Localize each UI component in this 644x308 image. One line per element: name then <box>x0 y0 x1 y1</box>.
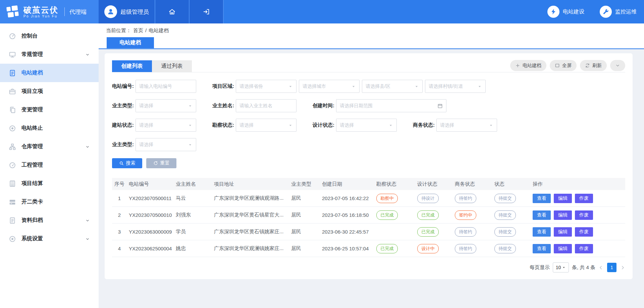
row-index: 2 <box>112 207 127 224</box>
main-content: 当前位置： 首页 / 电站建档 电站建档 创建列表通过列表 电站建档全屏刷新 电… <box>99 23 644 308</box>
page-tab[interactable]: 电站建档 <box>107 37 154 48</box>
filter-input[interactable]: 请输入业主姓名 <box>236 99 297 112</box>
plus-icon <box>515 63 520 68</box>
filter-select[interactable]: 请选择城市 <box>299 80 360 93</box>
reset-button[interactable]: 重置 <box>146 158 176 168</box>
filter-row-2: 业主类型:请选择业主姓名:请输入业主姓名创建时间:请选择日期范围 <box>112 99 625 112</box>
design-status-cell: 待设计 <box>415 190 453 207</box>
edit-button[interactable]: 编辑 <box>554 210 572 220</box>
logout-button[interactable] <box>190 0 224 23</box>
filter-select[interactable]: 请选择 <box>436 119 497 132</box>
user-menu[interactable]: 超级管理员 <box>99 0 155 23</box>
collapse-button[interactable] <box>610 60 625 71</box>
home-button[interactable] <box>155 0 190 23</box>
chevron-down-icon <box>85 218 90 223</box>
status-status-cell: 待提交 <box>492 224 531 240</box>
edit-button[interactable]: 编辑 <box>554 244 572 253</box>
placeholder-text: 请选择 <box>139 103 153 109</box>
filter-select[interactable]: 请选择省份 <box>236 80 297 93</box>
filter-input[interactable]: 请输入电站编号 <box>136 80 196 93</box>
sidebar-item-10[interactable]: 开二类卡 <box>0 193 99 211</box>
view-button[interactable]: 查看 <box>533 227 551 237</box>
filter-select[interactable]: 请选择村镇/街道 <box>425 80 486 93</box>
filter-select[interactable]: 请选择 <box>336 119 397 132</box>
breadcrumb-separator: / <box>145 27 147 34</box>
placeholder-text: 请选择县/区 <box>366 83 390 89</box>
sidebar-item-12[interactable]: 系统设置 <box>0 230 99 248</box>
caret-down-icon <box>477 84 482 89</box>
tab-create-list[interactable]: 创建列表 <box>112 60 152 72</box>
filter-label: 商务状态: <box>413 122 436 128</box>
breadcrumb-home[interactable]: 首页 <box>133 27 143 34</box>
row-index: 3 <box>112 224 127 240</box>
survey-status-cell: 已完成 <box>374 240 415 257</box>
gauge-icon <box>9 162 16 169</box>
sidebar-item-2[interactable]: 常规管理 <box>0 45 99 64</box>
filter-field: 勘察状态:请选择 <box>212 119 297 132</box>
placeholder-text: 请选择村镇/街道 <box>429 83 463 89</box>
sidebar: 控制台常规管理电站建档项目立项变更管理电站终止仓库管理工程管理项目结算开二类卡资… <box>0 23 99 308</box>
void-button[interactable]: 作废 <box>575 210 593 220</box>
monitor-icon <box>9 51 16 58</box>
view-button[interactable]: 查看 <box>533 194 551 203</box>
filter-select[interactable]: 请选择 <box>136 119 196 132</box>
sidebar-item-9[interactable]: 项目结算 <box>0 174 99 193</box>
column-header: 状态 <box>492 178 531 190</box>
status-status-badge: 待提交 <box>494 244 516 253</box>
list-tabs: 创建列表通过列表 <box>112 60 192 72</box>
sidebar-item-5[interactable]: 变更管理 <box>0 101 99 119</box>
per-page-select[interactable]: 10 <box>553 262 569 272</box>
view-button[interactable]: 查看 <box>533 210 551 220</box>
created-date: 2023-06-30 22:45:57 <box>320 224 374 240</box>
row-actions: 查看编辑作废 <box>531 224 625 240</box>
business-status-badge: 待签约 <box>455 227 476 237</box>
filter-select[interactable]: 请选择 <box>136 138 196 151</box>
next-page-button[interactable] <box>620 265 625 270</box>
wrench-icon <box>600 6 612 18</box>
table-row: 4YX2023062500004姚忠广东深圳龙华区观澜镇姚家庄...居民2023… <box>112 240 625 257</box>
placeholder-text: 请选择省份 <box>239 83 263 89</box>
sidebar-item-label: 工程管理 <box>21 162 43 169</box>
brand-text: 破茧云伏 Po Jian Yun Fu <box>23 5 58 18</box>
column-header: 操作 <box>531 178 625 190</box>
sidebar-item-7[interactable]: 仓库管理 <box>0 137 99 156</box>
void-button[interactable]: 作废 <box>575 227 593 237</box>
sidebar-item-4[interactable]: 项目立项 <box>0 82 99 101</box>
filter-select[interactable]: 请选择 <box>236 119 297 132</box>
reset-button-label: 重置 <box>160 160 170 166</box>
view-button[interactable]: 查看 <box>533 244 551 253</box>
void-button[interactable]: 作废 <box>575 244 593 253</box>
sidebar-item-8[interactable]: 工程管理 <box>0 156 99 174</box>
topbar-app-2[interactable]: 监控运维 <box>600 6 637 18</box>
date-range-input[interactable]: 请选择日期范围 <box>336 99 446 112</box>
tab-pass-list[interactable]: 通过列表 <box>152 60 192 72</box>
filter-field: 业主姓名:请输入业主姓名 <box>212 99 297 112</box>
filter-label: 项目区域: <box>212 83 236 89</box>
sidebar-item-1[interactable]: 控制台 <box>0 27 99 45</box>
logout-icon <box>203 8 210 15</box>
fullscreen-button[interactable]: 全屏 <box>550 60 577 71</box>
prev-page-button[interactable] <box>598 265 603 270</box>
void-button[interactable]: 作废 <box>575 194 593 203</box>
row-index: 1 <box>112 190 127 207</box>
refresh-button[interactable]: 刷新 <box>580 60 607 71</box>
search-icon <box>119 161 124 166</box>
sidebar-item-11[interactable]: 资料归档 <box>0 211 99 230</box>
edit-button[interactable]: 编辑 <box>554 194 572 203</box>
business-status-badge: 签约中 <box>455 210 476 220</box>
filter-select[interactable]: 请选择 <box>136 99 196 112</box>
design-status-cell: 已完成 <box>415 224 453 240</box>
page-number-1[interactable]: 1 <box>607 263 616 272</box>
sidebar-item-6[interactable]: 电站终止 <box>0 119 99 137</box>
edit-button[interactable]: 编辑 <box>554 227 572 237</box>
business-status-badge: 待签约 <box>455 244 476 253</box>
filter-select[interactable]: 请选择县/区 <box>362 80 423 93</box>
add-station-button[interactable]: 电站建档 <box>510 60 546 71</box>
org-icon <box>9 143 16 150</box>
topbar-app-1[interactable]: 电站建设 <box>547 6 584 18</box>
filter-label: 电站编号: <box>112 83 136 89</box>
sidebar-item-3[interactable]: 电站建档 <box>0 64 99 82</box>
project-address: 广东深圳龙华区黄石镇星官大... <box>212 207 289 224</box>
chevron-left-icon <box>598 265 603 270</box>
search-button[interactable]: 搜索 <box>112 158 142 168</box>
